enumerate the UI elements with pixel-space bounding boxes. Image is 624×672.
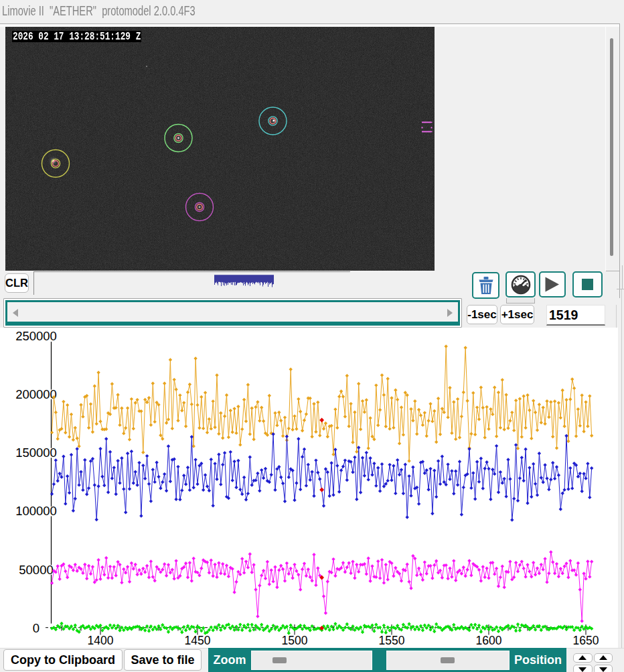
svg-text:100000: 100000 [15, 504, 57, 518]
svg-text:1450: 1450 [185, 634, 211, 647]
svg-text:0: 0 [33, 621, 40, 635]
svg-text:1500: 1500 [282, 634, 308, 647]
svg-text:1550: 1550 [379, 634, 405, 647]
svg-text:250000: 250000 [15, 329, 57, 343]
svg-text:200000: 200000 [15, 387, 57, 401]
svg-text:50000: 50000 [19, 563, 53, 577]
svg-text:1400: 1400 [88, 634, 114, 647]
svg-text:1650: 1650 [573, 634, 599, 647]
svg-text:1600: 1600 [476, 634, 502, 647]
svg-text:150000: 150000 [15, 446, 57, 460]
